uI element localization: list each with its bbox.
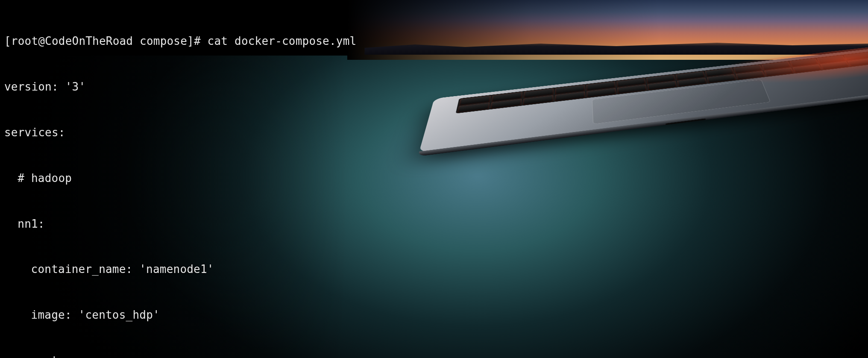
yaml-line: version: '3' [4,79,864,95]
yaml-service: nn1: [4,217,864,232]
yaml-key: ports: [4,353,864,358]
terminal-output[interactable]: [root@CodeOnTheRoad compose]# cat docker… [0,0,868,358]
command-line: [root@CodeOnTheRoad compose]# cat docker… [4,34,864,49]
yaml-comment: # hadoop [4,171,864,186]
yaml-line: image: 'centos_hdp' [4,308,864,323]
shell-prompt: [root@CodeOnTheRoad compose]# [4,35,208,47]
yaml-line: container_name: 'namenode1' [4,262,864,277]
yaml-line: services: [4,125,864,141]
shell-command: cat docker-compose.yml [208,35,357,47]
